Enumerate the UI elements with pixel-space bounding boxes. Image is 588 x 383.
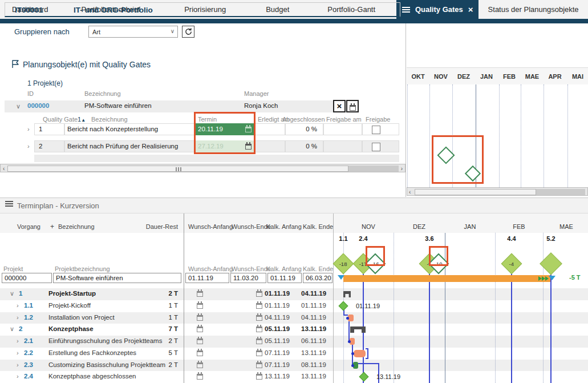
scrollbar-handle[interactable]	[7, 166, 348, 172]
scrollbar-track-rest[interactable]	[348, 166, 399, 172]
gate-progress: 0 %	[285, 126, 317, 132]
milestone-highlight-box	[366, 246, 385, 266]
mini-chart	[407, 84, 588, 187]
tab-label: Status der Planungsobjekte	[488, 0, 579, 19]
terminplan-panel: Vorgang + Bezeichnung Dauer-Rest Wunsch-…	[0, 213, 588, 383]
milestone-label: 3.6	[418, 235, 441, 242]
expand-icon[interactable]: ›	[27, 126, 30, 132]
milestone-value: -18	[339, 260, 347, 267]
scroll-left-icon[interactable]: ‹	[409, 188, 411, 196]
tab-status-der-planungsobjekte[interactable]: Status der Planungsobjekte	[478, 0, 588, 19]
project-gantt-bar[interactable]	[343, 275, 550, 282]
tab-label: Quality Gates	[415, 0, 463, 19]
milestone-stem	[550, 264, 551, 383]
month-label: DEZ	[453, 73, 474, 80]
panel-divider[interactable]	[405, 23, 406, 197]
month-label: MAI	[567, 73, 588, 80]
gate-cell	[323, 140, 362, 152]
milestone-stem	[363, 264, 364, 383]
milestone-stem	[429, 264, 430, 383]
menu-icon[interactable]	[5, 201, 13, 202]
app-window: DashboardPortfoliosteckbriefPriorisierun…	[0, 0, 588, 383]
scroll-right-icon[interactable]: ›	[401, 165, 403, 172]
month-label: FEB	[499, 73, 520, 80]
gate-name: Bericht nach Konzepterstellung	[67, 126, 158, 132]
tab-quality-gates[interactable]: Quality Gates×	[396, 0, 478, 19]
close-icon[interactable]: ×	[468, 5, 473, 14]
project-end-marker	[549, 276, 555, 280]
milestone-stem	[511, 264, 512, 383]
gantt-area: 1.1-182.4-17-163.6-1-104.4-45.2 -5 T 01.…	[0, 213, 588, 383]
expand-icon[interactable]: ›	[27, 143, 30, 150]
freigabe-checkbox[interactable]	[372, 126, 380, 134]
task-2-2-end-bracket	[366, 348, 368, 359]
mini-month-header: OKTNOVDEZJANFEBMAEAPRMAI	[407, 67, 588, 84]
gate-name: Bericht nach Prüfung der Realisierung	[67, 143, 178, 150]
gate-cell	[255, 123, 285, 135]
milestone-label: 4.4	[500, 235, 523, 242]
gate-cell	[362, 123, 399, 135]
terminplan-title: Terminplan - Kurzversion	[17, 201, 99, 210]
gate-cell	[362, 140, 399, 152]
milestone-diamond[interactable]: -18	[333, 253, 354, 275]
project-start-marker	[338, 275, 344, 280]
milestone-label: 1.1	[332, 235, 355, 242]
milestone-label: 5.2	[540, 235, 562, 242]
task-bar-2-2[interactable]	[354, 350, 366, 357]
project-delta-label: -5 T	[569, 274, 581, 281]
freigabe-checkbox[interactable]	[372, 143, 380, 151]
mini-gantt-panel: OKTNOVDEZJANFEBMAEAPRMAI ‹	[407, 23, 588, 197]
milestone-1-1-date: 01.11.19	[356, 303, 380, 309]
milestone-label: 2.4	[352, 235, 375, 242]
scrollbar-grip	[176, 167, 181, 171]
left-hscrollbar[interactable]: ‹ ›	[0, 164, 405, 172]
quality-gates-panel: IT00001 IT- und ORG-Portfolio Gruppieren…	[0, 0, 405, 174]
gate-number: 2	[39, 143, 42, 150]
right-hscrollbar[interactable]: ‹	[407, 187, 588, 196]
termin-highlight-box	[194, 112, 256, 154]
month-label: JAN	[476, 73, 497, 80]
scrollbar-track-rest[interactable]	[536, 189, 585, 195]
gate-progress: 0 %	[285, 143, 317, 150]
gate-cell	[323, 123, 362, 135]
milestone-2-4-date: 13.11.19	[376, 373, 400, 380]
month-label: OKT	[408, 73, 428, 80]
month-label: NOV	[431, 73, 451, 80]
gate-number: 1	[39, 126, 42, 132]
scroll-left-icon[interactable]: ‹	[3, 165, 5, 172]
month-label: APR	[545, 73, 565, 80]
milestone-layer: 1.1-182.4-17-163.6-1-104.4-45.2	[0, 213, 588, 383]
milestone-diamond[interactable]: -4	[501, 253, 522, 275]
milestone-highlight-box	[429, 246, 448, 266]
gate-cell	[255, 140, 285, 152]
month-label: MAE	[522, 73, 542, 80]
milestone-value: -4	[509, 260, 514, 267]
terminplan-titlebar: Terminplan - Kurzversion	[0, 197, 588, 213]
empty-strip	[34, 155, 399, 162]
scrollbar-handle[interactable]	[415, 189, 536, 195]
milestone-diamond[interactable]	[540, 252, 562, 275]
gate-highlight-box	[432, 135, 484, 184]
